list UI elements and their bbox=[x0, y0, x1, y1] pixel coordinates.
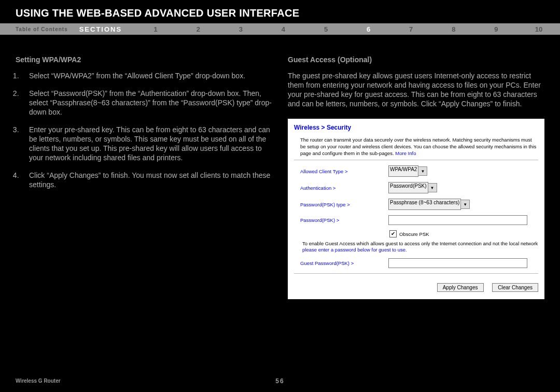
allowed-client-type-label: Allowed Client Type > bbox=[300, 169, 388, 174]
nav-section-2[interactable]: 2 bbox=[177, 25, 219, 33]
psk-type-label: Password(PSK) type > bbox=[300, 202, 388, 207]
guest-note-line1: To enable Guest Access which allows gues… bbox=[302, 241, 538, 246]
step-4: Click “Apply Changes” to finish. You mus… bbox=[29, 171, 272, 189]
content-area: Setting WPA/WPA2 Select “WPA/WPA2” from … bbox=[0, 35, 560, 299]
page-header: USING THE WEB-BASED ADVANCED USER INTERF… bbox=[0, 0, 560, 23]
psk-label: Password(PSK) > bbox=[300, 217, 388, 223]
guest-psk-input[interactable] bbox=[388, 258, 527, 268]
row-authentication: Authentication > Password(PSK) ▼ bbox=[300, 182, 538, 193]
row-allowed-client-type: Allowed Client Type > WPA/WPA2 ▼ bbox=[300, 165, 538, 177]
steps-list: Select “WPA/WPA2” from the “Allowed Clie… bbox=[16, 71, 272, 189]
authentication-label: Authentication > bbox=[300, 185, 388, 191]
psk-type-select[interactable]: Passphrase (8~63 characters) ▼ bbox=[388, 199, 470, 210]
router-config-panel: Wireless > Security The router can trans… bbox=[288, 119, 544, 299]
router-intro: The router can transmit your data secure… bbox=[300, 136, 538, 157]
more-info-link[interactable]: More Info bbox=[395, 150, 416, 156]
step-1: Select “WPA/WPA2” from the “Allowed Clie… bbox=[29, 71, 272, 80]
nav-section-4[interactable]: 4 bbox=[262, 25, 304, 33]
nav-section-5[interactable]: 5 bbox=[304, 25, 347, 33]
guest-psk-label: Guest Password(PSK) > bbox=[300, 260, 388, 266]
guest-note-line2: please enter a password below for guest … bbox=[302, 247, 407, 253]
page-number: 56 bbox=[16, 377, 544, 385]
nav-section-7[interactable]: 7 bbox=[390, 25, 432, 33]
clear-changes-button[interactable]: Clear Changes bbox=[492, 283, 538, 292]
dropdown-arrow-icon: ▼ bbox=[428, 183, 437, 192]
authentication-select[interactable]: Password(PSK) ▼ bbox=[388, 182, 437, 193]
router-buttons: Apply Changes Clear Changes bbox=[294, 283, 538, 292]
router-breadcrumb: Wireless > Security bbox=[294, 124, 538, 131]
nav-section-3[interactable]: 3 bbox=[219, 25, 262, 33]
row-obscure-psk: ✔ Obscure PSK bbox=[389, 230, 538, 237]
left-heading: Setting WPA/WPA2 bbox=[16, 55, 272, 64]
left-column: Setting WPA/WPA2 Select “WPA/WPA2” from … bbox=[16, 55, 283, 299]
page-footer: Wireless G Router 56 bbox=[16, 378, 544, 384]
guest-access-note: To enable Guest Access which allows gues… bbox=[302, 241, 538, 253]
step-2: Select “Password(PSK)” from the “Authent… bbox=[29, 89, 272, 117]
allowed-client-type-select[interactable]: WPA/WPA2 ▼ bbox=[388, 165, 427, 177]
toc-link[interactable]: Table of Contents bbox=[0, 26, 75, 32]
right-heading: Guest Access (Optional) bbox=[288, 55, 544, 64]
page-title: USING THE WEB-BASED ADVANCED USER INTERF… bbox=[16, 7, 560, 19]
router-intro-text: The router can transmit your data secure… bbox=[300, 137, 536, 156]
row-guest-psk: Guest Password(PSK) > bbox=[300, 258, 538, 268]
row-psk: Password(PSK) > bbox=[300, 215, 538, 225]
nav-section-1[interactable]: 1 bbox=[134, 25, 177, 33]
section-nav: Table of Contents SECTIONS 1 2 3 4 5 6 7… bbox=[0, 23, 560, 35]
row-psk-type: Password(PSK) type > Passphrase (8~63 ch… bbox=[300, 199, 538, 210]
nav-section-8[interactable]: 8 bbox=[432, 25, 475, 33]
step-3: Enter your pre-shared key. This can be f… bbox=[29, 125, 272, 162]
dropdown-arrow-icon: ▼ bbox=[418, 166, 427, 176]
dropdown-arrow-icon: ▼ bbox=[460, 200, 470, 209]
router-divider bbox=[294, 160, 538, 160]
right-column: Guest Access (Optional) The guest pre-sh… bbox=[283, 55, 544, 299]
nav-section-10[interactable]: 10 bbox=[517, 25, 560, 33]
obscure-psk-label: Obscure PSK bbox=[399, 231, 429, 237]
apply-changes-button[interactable]: Apply Changes bbox=[437, 283, 484, 292]
sections-label: SECTIONS bbox=[75, 25, 134, 33]
nav-section-6[interactable]: 6 bbox=[347, 25, 390, 33]
psk-input[interactable] bbox=[388, 215, 527, 225]
obscure-psk-checkbox[interactable]: ✔ bbox=[389, 230, 397, 237]
nav-section-9[interactable]: 9 bbox=[475, 25, 517, 33]
right-body: The guest pre-shared key allows guest us… bbox=[288, 71, 544, 108]
router-divider-bottom bbox=[294, 273, 538, 274]
